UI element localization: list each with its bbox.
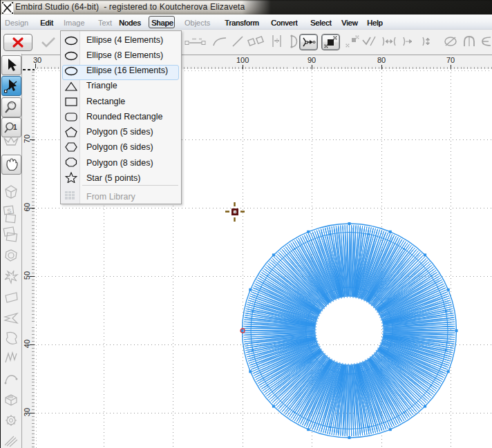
svg-text:1: 1 xyxy=(13,124,17,131)
svg-text:S: S xyxy=(7,207,12,215)
